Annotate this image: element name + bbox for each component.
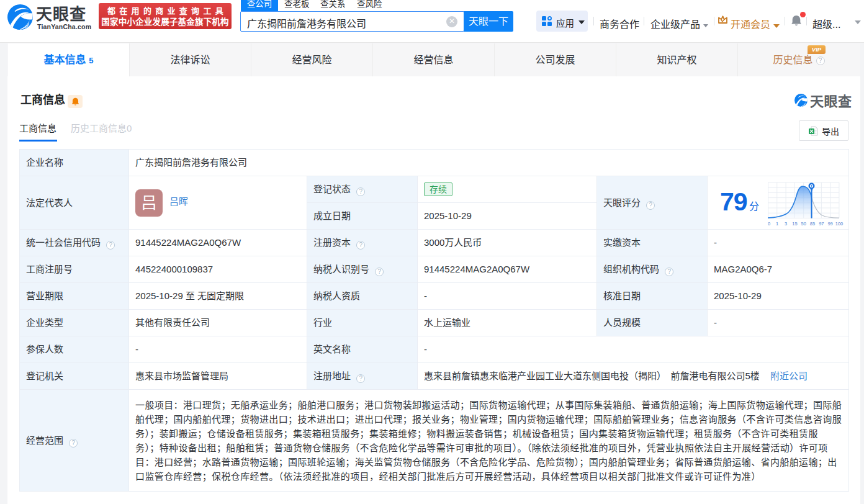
svg-text:99: 99 — [827, 221, 832, 227]
svg-text:0: 0 — [768, 221, 770, 227]
svg-text:3: 3 — [785, 221, 787, 227]
svg-text:85: 85 — [810, 221, 815, 227]
svg-text:97: 97 — [819, 221, 824, 227]
svg-text:100: 100 — [835, 221, 844, 227]
svg-text:1: 1 — [776, 221, 778, 227]
svg-text:50: 50 — [801, 221, 806, 227]
svg-text:15: 15 — [792, 221, 797, 227]
